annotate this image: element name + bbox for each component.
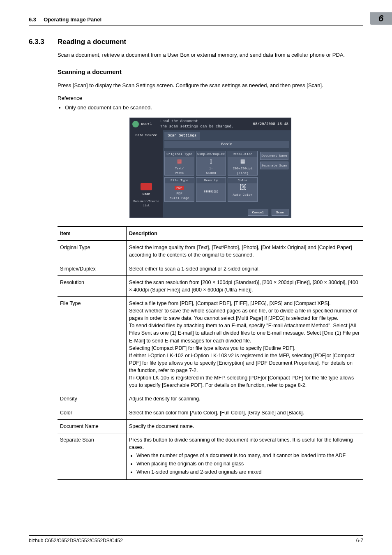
tile-value: Auto Color (233, 193, 252, 197)
cell-item: Color (58, 406, 127, 419)
section-heading: 6.3.3 Reading a document (29, 38, 363, 46)
tile-header: Simplex/Duplex (196, 151, 226, 157)
cell-desc-bullet: When 1-sided originals and 2-sided origi… (136, 468, 361, 476)
mfp-user: user1 (141, 122, 152, 127)
cell-item: Density (58, 392, 127, 406)
table-head-desc: Description (127, 227, 364, 240)
mfp-screenshot: user1 Load the document. The scan settin… (129, 118, 291, 218)
mfp-scan-button[interactable]: Scan (272, 209, 288, 216)
header-section-title: Operating Image Panel (44, 16, 101, 23)
cell-desc-bullet: When placing the originals on the origin… (136, 460, 361, 467)
user-icon (132, 121, 139, 127)
mfp-msg2: The scan settings can be changed. (160, 124, 233, 130)
mfp-scan-side-button[interactable]: Scan (130, 183, 163, 197)
tile-header: File Type (165, 178, 194, 183)
footer-page-number: 6-7 (356, 538, 363, 543)
table-head-item: Item (58, 227, 127, 240)
pdf-icon: PDF (175, 186, 184, 190)
cell-desc: Select the scan color from [Auto Color],… (127, 406, 364, 419)
mfp-basic-tab[interactable]: Basic (164, 141, 289, 148)
mfp-separate-scan-button[interactable]: Separate Scan (260, 162, 288, 170)
section-title: Reading a document (58, 38, 126, 46)
mfp-cancel-button[interactable]: Cancel (248, 209, 269, 216)
chapter-badge: 6 (370, 12, 392, 25)
subsection-title: Scanning a document (58, 67, 363, 76)
cell-desc-bullet: When the number of pages of a document i… (136, 452, 361, 459)
page-footer: bizhub C652/C652DS/C552/C552DS/C452 6-7 (29, 535, 363, 543)
tile-header: Density (196, 178, 226, 183)
cell-desc: Press this button to divide scanning of … (127, 433, 364, 480)
table-row: Document Name Specify the document name. (58, 419, 363, 433)
cell-item: File Type (58, 296, 127, 392)
tile-header: Resolution (228, 151, 257, 157)
tile-value: PDF Multi Page (166, 191, 193, 201)
header-rule (29, 25, 363, 25)
cell-item: Document Name (58, 419, 127, 433)
mfp-tile-density[interactable]: Density ▮▮▮▮▮▯▯▯▯ (196, 177, 226, 202)
mfp-scan-side-label: Scan (130, 192, 163, 197)
tile-header: Color (228, 178, 257, 183)
mfp-document-name-button[interactable]: Document Name (260, 152, 288, 160)
reference-item: Only one document can be scanned. (65, 104, 363, 112)
page-header: 6.3 Operating Image Panel (29, 16, 363, 23)
mfp-data-source-label: Data Source (130, 133, 163, 138)
cell-desc: Select a file type from [PDF], [Compact … (127, 296, 364, 392)
tile-header: Original Type (165, 151, 194, 157)
cell-desc-text: Press this button to divide scanning of … (129, 437, 353, 450)
cell-desc: Specify the document name. (127, 419, 364, 433)
original-type-icon: ▦ (166, 158, 193, 165)
grid-icon: ▦ (229, 158, 256, 165)
cell-item: Simplex/Duplex (58, 262, 127, 275)
settings-table: Item Description Original Type Select th… (58, 226, 363, 480)
mfp-tab-scan-settings[interactable]: Scan Settings (164, 132, 200, 140)
color-icon: 🖼 (229, 185, 256, 191)
scanner-icon (141, 183, 152, 190)
table-row: Original Type Select the image quality f… (58, 240, 363, 262)
table-row: Separate Scan Press this button to divid… (58, 433, 363, 480)
section-number: 6.3.3 (29, 38, 58, 46)
mfp-tile-simplex-duplex[interactable]: Simplex/Duplex ▯ 1- Sided (196, 151, 226, 176)
mfp-msg1: Load the document. (160, 119, 233, 124)
table-row: Resolution Select the scan resolution fr… (58, 275, 363, 296)
cell-desc: Select the scan resolution from [200 × 1… (127, 275, 364, 296)
footer-model: bizhub C652/C652DS/C552/C552DS/C452 (29, 538, 123, 543)
table-row: Color Select the scan color from [Auto C… (58, 406, 363, 419)
page-icon: ▯ (197, 158, 225, 165)
section-intro: Scan a document, retrieve a document fro… (58, 51, 363, 59)
mfp-datetime: 08/29/2008 15:48 (253, 122, 288, 127)
reference-list: Only one document can be scanned. (58, 104, 363, 112)
tile-value: 1- Sided (206, 166, 216, 175)
mfp-tile-color[interactable]: Color 🖼 Auto Color (228, 177, 258, 202)
reference-label: Reference (58, 95, 363, 102)
table-row: Simplex/Duplex Select either to scan a 1… (58, 262, 363, 275)
subsection-intro: Press [Scan] to display the Scan Setting… (58, 82, 363, 90)
cell-desc: Adjust the density for scanning. (127, 392, 364, 406)
table-row: File Type Select a file type from [PDF],… (58, 296, 363, 392)
cell-item: Resolution (58, 275, 127, 296)
cell-desc: Select the image quality from [Text], [T… (127, 240, 364, 262)
cell-item: Original Type (58, 240, 127, 262)
mfp-tile-resolution[interactable]: Resolution ▦ 200x200dpi (Fine) (228, 151, 258, 176)
cell-desc: Select either to scan a 1-sided original… (127, 262, 364, 275)
tile-value: ▮▮▮▮▮▯▯▯▯ (197, 189, 225, 194)
cell-item: Separate Scan (58, 433, 127, 480)
mfp-doc-source-button[interactable]: Document/Source List (130, 199, 163, 208)
mfp-tile-file-type[interactable]: File Type PDF PDF Multi Page (164, 177, 194, 202)
header-section-num: 6.3 (29, 16, 36, 23)
tile-value: 200x200dpi (Fine) (233, 166, 252, 175)
table-row: Density Adjust the density for scanning. (58, 392, 363, 406)
mfp-tile-original-type[interactable]: Original Type ▦ Text/ Photo Printed Phot… (164, 151, 194, 176)
